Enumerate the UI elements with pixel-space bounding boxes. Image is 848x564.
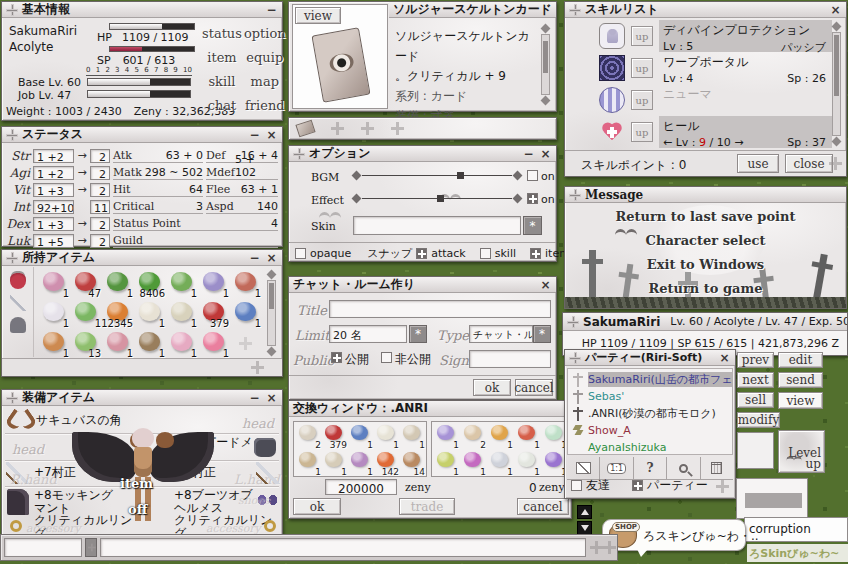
skin-input[interactable]: [353, 216, 521, 235]
card[interactable]: 1: [321, 450, 347, 477]
poring-doll[interactable]: 1: [198, 330, 230, 359]
card-slot-strip[interactable]: [288, 117, 557, 140]
party-member-row[interactable]: Show_A: [568, 422, 732, 439]
orange-crystal[interactable]: 1: [487, 423, 513, 450]
equipment-tab-icon[interactable]: [10, 295, 26, 311]
ring-right-icon[interactable]: [264, 520, 276, 532]
edit-button[interactable]: edit: [778, 352, 823, 368]
send-button[interactable]: send: [778, 372, 823, 388]
chat-room-titlebar[interactable]: チャット・ルーム作り ×: [289, 277, 556, 293]
party-member-row[interactable]: .ANRI(砂漠の都市モロク): [568, 405, 732, 422]
room-title-input[interactable]: [329, 300, 551, 318]
head-top-item[interactable]: サキュバスの角: [36, 414, 156, 427]
off-toggle-button[interactable]: off: [128, 502, 147, 517]
white-bouquet[interactable]: 1: [373, 423, 399, 450]
silver-piece[interactable]: 1: [487, 450, 513, 477]
succubus-horn-icon[interactable]: [8, 411, 32, 426]
resize-handle-icon[interactable]: [251, 361, 264, 374]
red-crystal[interactable]: 1: [514, 423, 540, 450]
view-button-side[interactable]: view: [778, 392, 823, 409]
party-titleb.ar[interactable]: パーティー(Riri-Soft) ×: [565, 350, 735, 366]
skill-up-button[interactable]: up: [631, 58, 653, 78]
violet-gem[interactable]: 1: [460, 450, 486, 477]
white-radish[interactable]: 1: [134, 300, 166, 329]
mesh-cap[interactable]: 14: [399, 450, 425, 477]
party-checkbox[interactable]: [632, 480, 643, 491]
inventory-scrollbar[interactable]: [267, 280, 276, 346]
card[interactable]: 1: [399, 423, 425, 450]
shop-chat-bubble[interactable]: SHOP ろスキンびゅ~わ・..: [602, 519, 746, 551]
minimize-button[interactable]: −: [248, 392, 261, 404]
close-button[interactable]: ×: [829, 4, 842, 16]
trade-trade-button[interactable]: trade: [399, 498, 455, 515]
message-menu-item[interactable]: Exit to Windows: [565, 257, 846, 272]
item-toggle-button[interactable]: item: [120, 476, 153, 491]
yellow-crystal[interactable]: 1: [433, 450, 459, 477]
room-type-select-button[interactable]: *: [533, 325, 551, 343]
skill-row[interactable]: upヒール← Lv : 9 / 10 →Sp : 37: [567, 116, 832, 148]
message-menu-item[interactable]: Return to last save point: [565, 209, 846, 224]
stat-raise-box[interactable]: 2: [90, 217, 110, 231]
resize-handle-icon[interactable]: [829, 157, 842, 170]
hedgehog-doll[interactable]: 1: [134, 330, 166, 359]
trade-cancel-button[interactable]: cancel: [517, 498, 569, 515]
trade-ok-button[interactable]: ok: [293, 498, 341, 515]
skill-level[interactable]: ← Lv : 9 / 10 →: [663, 136, 743, 149]
blue-weapon[interactable]: 1: [230, 300, 262, 329]
skill-scrollbar[interactable]: [832, 32, 841, 136]
message-titlebar[interactable]: Message: [565, 187, 846, 203]
minimize-button[interactable]: −: [522, 148, 535, 160]
sell-button[interactable]: sell: [737, 392, 774, 408]
options-titlebar[interactable]: オプション − ×: [289, 146, 556, 162]
stat-raise-box[interactable]: 2: [90, 234, 110, 248]
green-herb[interactable]: 1: [166, 270, 198, 299]
fire-flower[interactable]: 142: [373, 450, 399, 477]
four-leaf-clover[interactable]: 8406: [134, 270, 166, 299]
skill-list-titlebar[interactable]: スキルリスト ×: [565, 2, 846, 18]
close-button[interactable]: ×: [718, 352, 731, 364]
skill-close-button[interactable]: close: [785, 154, 833, 173]
chat-option-icon[interactable]: [603, 541, 616, 554]
close-button[interactable]: ×: [539, 148, 552, 160]
modify-button[interactable]: modify: [737, 412, 780, 428]
etc-tab-icon[interactable]: [10, 317, 26, 333]
view-button[interactable]: view: [295, 7, 341, 24]
status-window[interactable]: ステータス − × Str1 +2→2Atk63 + 0Def16 + 4Agi…: [1, 126, 283, 247]
red-rose[interactable]: 379: [321, 423, 347, 450]
equipment-window[interactable]: 装備アイテム − × サキュバスの角 head head +8スピードメイル R…: [1, 389, 283, 538]
party-window[interactable]: パーティー(Riri-Soft) × SakumaRiri(山岳の都市フェSeb…: [564, 349, 736, 499]
skill-row[interactable]: upディバインプロテクションLv : 5パッシブ: [567, 20, 832, 52]
equipment-titlebar[interactable]: 装備アイテム − ×: [2, 390, 282, 406]
monkey-doll[interactable]: 1: [102, 330, 134, 359]
skill-row[interactable]: upワープポータルLv : 4Sp : 26: [567, 52, 832, 84]
pink-flower[interactable]: 1: [38, 270, 70, 299]
bgm-on-checkbox[interactable]: [527, 170, 538, 181]
bgm-slider-thumb[interactable]: [457, 172, 464, 179]
orange-tulip[interactable]: 12345: [102, 300, 134, 329]
white-lily[interactable]: 1: [38, 300, 70, 329]
effect-slider-thumb[interactable]: [437, 195, 444, 202]
ring-left-icon[interactable]: [10, 520, 22, 532]
chat-name-input[interactable]: [4, 538, 82, 557]
card-icon[interactable]: [295, 120, 315, 138]
sword-right-icon[interactable]: [256, 462, 280, 484]
skill-up-button[interactable]: up: [631, 90, 653, 110]
prev-button[interactable]: prev: [737, 352, 774, 368]
public-on-checkbox[interactable]: [331, 352, 342, 363]
message-menu-item[interactable]: Character select: [565, 233, 846, 248]
equip-button[interactable]: equip: [244, 50, 286, 65]
skill-row[interactable]: upニューマ: [567, 84, 832, 116]
armor-icon[interactable]: [254, 438, 276, 457]
status-button[interactable]: status: [202, 26, 242, 41]
friend-button[interactable]: friend: [244, 98, 286, 113]
room-sign-input[interactable]: [469, 350, 551, 368]
party-member-row[interactable]: AyanaIshizuka: [568, 439, 732, 456]
garment-item[interactable]: +8モッキングマント: [34, 489, 120, 515]
clover[interactable]: 1: [102, 270, 134, 299]
skill-use-button[interactable]: use: [737, 154, 779, 173]
character-bar-titlebar[interactable]: SakumaRiri Lv. 60 / Acolyte / Lv. 47 / E…: [563, 313, 847, 331]
skill-button[interactable]: skill: [202, 74, 242, 89]
white-box[interactable]: 1: [514, 450, 540, 477]
effect-on-checkbox[interactable]: [527, 193, 538, 204]
rabbit-doll[interactable]: 1: [166, 330, 198, 359]
